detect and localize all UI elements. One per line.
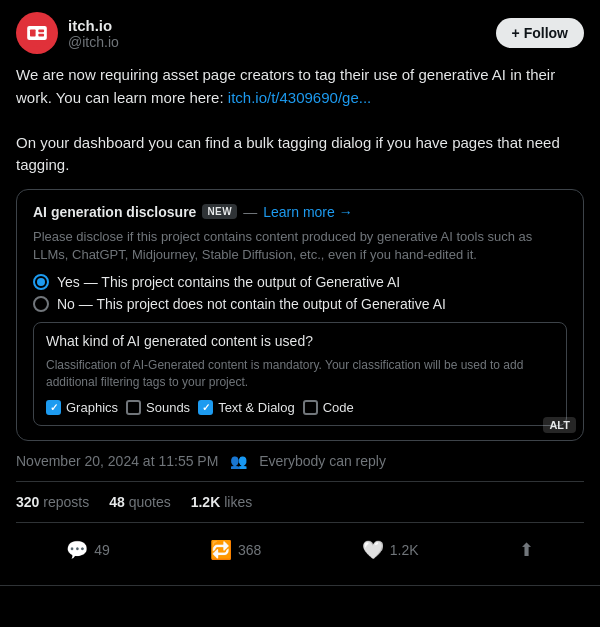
checkbox-sounds-label: Sounds: [146, 400, 190, 415]
reposts-label: reposts: [43, 494, 89, 510]
tweet-text-part2: On your dashboard you can find a bulk ta…: [16, 134, 560, 174]
like-button[interactable]: 🤍 1.2K: [354, 535, 427, 565]
checkbox-code[interactable]: Code: [303, 400, 354, 415]
checkbox-sounds-box[interactable]: [126, 400, 141, 415]
radio-no[interactable]: [33, 296, 49, 312]
actions-row: 💬 49 🔁 368 🤍 1.2K ⬆: [16, 527, 584, 573]
checkbox-text-dialog-label: Text & Dialog: [218, 400, 295, 415]
author-handle[interactable]: @itch.io: [68, 34, 119, 50]
ai-disclosure-box: AI generation disclosure NEW — Learn mor…: [16, 189, 584, 442]
follow-button[interactable]: + Follow: [496, 18, 584, 48]
quotes-label: quotes: [129, 494, 171, 510]
reply-count: 49: [94, 542, 110, 558]
tweet-text: We are now requiring asset page creators…: [16, 64, 584, 177]
tweet-timestamp: November 20, 2024 at 11:55 PM 👥 Everybod…: [16, 453, 584, 469]
replies-badge: Everybody can reply: [259, 453, 386, 469]
disclosure-title: AI generation disclosure: [33, 204, 196, 220]
option-no[interactable]: No — This project does not contain the o…: [33, 296, 567, 312]
author-name[interactable]: itch.io: [68, 17, 119, 34]
quotes-count: 48: [109, 494, 125, 510]
checkbox-sounds[interactable]: Sounds: [126, 400, 190, 415]
content-type-question: What kind of AI generated content is use…: [46, 333, 554, 349]
repost-count: 368: [238, 542, 261, 558]
likes-count: 1.2K: [191, 494, 221, 510]
tweet-link[interactable]: itch.io/t/4309690/ge...: [228, 89, 371, 106]
share-button[interactable]: ⬆: [511, 535, 542, 565]
radio-yes[interactable]: [33, 274, 49, 290]
svg-rect-4: [38, 34, 44, 37]
option-no-label: No — This project does not contain the o…: [57, 296, 446, 312]
repost-button[interactable]: 🔁 368: [202, 535, 269, 565]
likes-stat[interactable]: 1.2K likes: [191, 494, 252, 510]
disclosure-description: Please disclose if this project contains…: [33, 228, 567, 264]
checkbox-code-box[interactable]: [303, 400, 318, 415]
content-type-box: What kind of AI generated content is use…: [33, 322, 567, 427]
share-icon: ⬆: [519, 539, 534, 561]
stats-row: 320 reposts 48 quotes 1.2K likes: [16, 481, 584, 523]
svg-rect-2: [30, 30, 36, 37]
like-count: 1.2K: [390, 542, 419, 558]
quotes-stat[interactable]: 48 quotes: [109, 494, 171, 510]
likes-label: likes: [224, 494, 252, 510]
reply-icon: 💬: [66, 539, 88, 561]
checkbox-check-graphics: ✓: [50, 402, 58, 413]
reposts-count: 320: [16, 494, 39, 510]
option-yes-label: Yes — This project contains the output o…: [57, 274, 400, 290]
tweet-header: itch.io @itch.io + Follow: [16, 12, 584, 54]
separator: —: [243, 204, 257, 220]
content-type-desc: Classification of AI-Generated content i…: [46, 357, 554, 391]
option-yes[interactable]: Yes — This project contains the output o…: [33, 274, 567, 290]
checkbox-check-text-dialog: ✓: [202, 402, 210, 413]
checkboxes-row: ✓ Graphics Sounds ✓ Text & Dialo: [46, 400, 554, 415]
disclosure-wrapper: AI generation disclosure NEW — Learn mor…: [16, 189, 584, 442]
author-info: itch.io @itch.io: [68, 17, 119, 50]
checkbox-code-label: Code: [323, 400, 354, 415]
learn-more-link[interactable]: Learn more →: [263, 204, 352, 220]
checkbox-graphics-label: Graphics: [66, 400, 118, 415]
reply-button[interactable]: 💬 49: [58, 535, 118, 565]
new-badge: NEW: [202, 204, 237, 219]
svg-rect-3: [38, 30, 44, 33]
timestamp-text: November 20, 2024 at 11:55 PM: [16, 453, 218, 469]
reposts-stat[interactable]: 320 reposts: [16, 494, 89, 510]
checkbox-graphics[interactable]: ✓ Graphics: [46, 400, 118, 415]
replies-icon: 👥: [230, 453, 247, 469]
checkbox-text-dialog-box[interactable]: ✓: [198, 400, 213, 415]
tweet-author: itch.io @itch.io: [16, 12, 119, 54]
heart-icon: 🤍: [362, 539, 384, 561]
checkbox-text-dialog[interactable]: ✓ Text & Dialog: [198, 400, 295, 415]
alt-badge: ALT: [543, 417, 576, 433]
avatar[interactable]: [16, 12, 58, 54]
checkbox-graphics-box[interactable]: ✓: [46, 400, 61, 415]
disclosure-header: AI generation disclosure NEW — Learn mor…: [33, 204, 567, 220]
repost-icon: 🔁: [210, 539, 232, 561]
